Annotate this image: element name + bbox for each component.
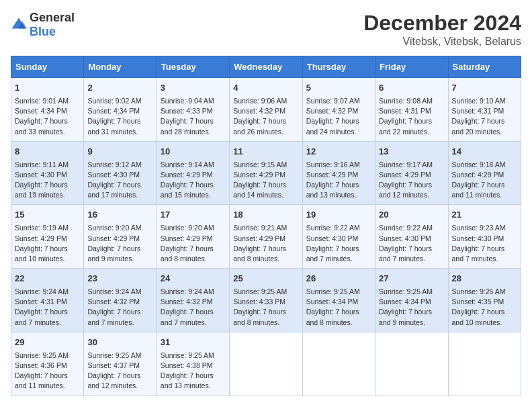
cell-line: and 13 minutes. xyxy=(161,381,226,391)
cell-line: Sunrise: 9:11 AM xyxy=(15,160,80,170)
cell-line: Sunrise: 9:01 AM xyxy=(15,96,80,106)
cell-line: and 28 minutes. xyxy=(161,127,226,137)
logo-general: General xyxy=(30,11,75,24)
cell-line: Sunset: 4:38 PM xyxy=(161,361,226,371)
cell-line: Sunrise: 9:08 AM xyxy=(379,96,444,106)
day-number: 5 xyxy=(306,82,371,95)
cell-line: Sunset: 4:29 PM xyxy=(87,234,152,244)
cell-line: Sunset: 4:30 PM xyxy=(379,234,444,244)
cell-line: Daylight: 7 hours xyxy=(306,244,371,254)
calendar-cell: 8Sunrise: 9:11 AMSunset: 4:30 PMDaylight… xyxy=(11,141,84,205)
calendar-cell: 13Sunrise: 9:17 AMSunset: 4:29 PMDayligh… xyxy=(375,141,448,205)
header-saturday: Saturday xyxy=(448,56,521,78)
cell-line: Sunrise: 9:25 AM xyxy=(379,287,444,297)
cell-line: and 7 minutes. xyxy=(161,318,226,328)
logo-icon xyxy=(11,17,27,33)
day-number: 31 xyxy=(161,336,226,349)
cell-line: and 12 minutes. xyxy=(87,381,152,391)
cell-line: Sunset: 4:33 PM xyxy=(161,106,226,116)
cell-line: and 10 minutes. xyxy=(15,254,80,264)
cell-line: Sunset: 4:31 PM xyxy=(379,106,444,116)
cell-line: Daylight: 7 hours xyxy=(87,116,152,126)
cell-line: Sunset: 4:34 PM xyxy=(306,297,371,307)
cell-line: Sunrise: 9:21 AM xyxy=(233,223,298,233)
calendar-table: SundayMondayTuesdayWednesdayThursdayFrid… xyxy=(11,56,521,396)
week-row: 15Sunrise: 9:19 AMSunset: 4:29 PMDayligh… xyxy=(11,205,521,269)
cell-line: Sunset: 4:34 PM xyxy=(15,106,80,116)
cell-line: Daylight: 7 hours xyxy=(452,180,517,190)
cell-line: Daylight: 7 hours xyxy=(161,371,226,381)
cell-line: and 26 minutes. xyxy=(233,127,298,137)
calendar-cell xyxy=(375,332,448,396)
cell-line: and 10 minutes. xyxy=(452,318,517,328)
day-number: 2 xyxy=(87,82,152,95)
cell-line: Daylight: 7 hours xyxy=(379,244,444,254)
cell-line: Sunset: 4:29 PM xyxy=(452,170,517,180)
cell-line: Daylight: 7 hours xyxy=(306,180,371,190)
calendar-cell: 29Sunrise: 9:25 AMSunset: 4:36 PMDayligh… xyxy=(11,332,84,396)
cell-line: Daylight: 7 hours xyxy=(161,180,226,190)
cell-line: Sunset: 4:29 PM xyxy=(379,170,444,180)
cell-line: Daylight: 7 hours xyxy=(15,371,80,381)
header-tuesday: Tuesday xyxy=(157,56,229,78)
cell-line: Sunset: 4:31 PM xyxy=(15,297,80,307)
calendar-cell: 25Sunrise: 9:25 AMSunset: 4:33 PMDayligh… xyxy=(230,269,302,332)
cell-line: and 24 minutes. xyxy=(306,127,371,137)
cell-line: Daylight: 7 hours xyxy=(233,244,298,254)
calendar-cell xyxy=(230,332,302,396)
week-row: 29Sunrise: 9:25 AMSunset: 4:36 PMDayligh… xyxy=(11,332,521,396)
page-header: General Blue December 2024 Vitebsk, Vite… xyxy=(11,11,521,48)
cell-line: Sunset: 4:31 PM xyxy=(452,106,517,116)
cell-line: Daylight: 7 hours xyxy=(15,116,80,126)
cell-line: and 8 minutes. xyxy=(233,254,298,264)
cell-line: Sunrise: 9:25 AM xyxy=(233,287,298,297)
cell-line: Sunrise: 9:22 AM xyxy=(379,223,444,233)
cell-line: and 7 minutes. xyxy=(306,254,371,264)
cell-line: Sunset: 4:29 PM xyxy=(233,234,298,244)
cell-line: Sunset: 4:30 PM xyxy=(87,170,152,180)
cell-line: Sunrise: 9:23 AM xyxy=(452,223,517,233)
cell-line: Sunrise: 9:25 AM xyxy=(161,351,226,361)
calendar-cell: 28Sunrise: 9:25 AMSunset: 4:35 PMDayligh… xyxy=(448,269,521,332)
cell-line: and 8 minutes. xyxy=(233,318,298,328)
cell-line: Daylight: 7 hours xyxy=(233,307,298,317)
calendar-cell: 30Sunrise: 9:25 AMSunset: 4:37 PMDayligh… xyxy=(84,332,157,396)
day-number: 20 xyxy=(379,209,444,222)
cell-line: Daylight: 7 hours xyxy=(161,307,226,317)
cell-line: Sunrise: 9:04 AM xyxy=(161,96,226,106)
calendar-cell: 17Sunrise: 9:20 AMSunset: 4:29 PMDayligh… xyxy=(157,205,229,269)
day-number: 27 xyxy=(379,273,444,285)
day-number: 11 xyxy=(233,146,298,158)
day-number: 28 xyxy=(452,273,517,285)
cell-line: Daylight: 7 hours xyxy=(452,244,517,254)
calendar-cell: 31Sunrise: 9:25 AMSunset: 4:38 PMDayligh… xyxy=(157,332,229,396)
calendar-cell: 23Sunrise: 9:24 AMSunset: 4:32 PMDayligh… xyxy=(84,269,157,332)
cell-line: and 20 minutes. xyxy=(452,127,517,137)
cell-line: Sunrise: 9:12 AM xyxy=(87,160,152,170)
cell-line: Sunset: 4:36 PM xyxy=(15,361,80,371)
day-number: 12 xyxy=(306,146,371,158)
cell-line: Sunrise: 9:14 AM xyxy=(161,160,226,170)
cell-line: and 11 minutes. xyxy=(452,190,517,200)
day-number: 1 xyxy=(15,82,80,95)
cell-line: and 22 minutes. xyxy=(379,127,444,137)
calendar-cell: 2Sunrise: 9:02 AMSunset: 4:34 PMDaylight… xyxy=(84,78,157,142)
cell-line: Sunrise: 9:25 AM xyxy=(15,351,80,361)
day-number: 7 xyxy=(452,82,517,95)
cell-line: and 9 minutes. xyxy=(379,318,444,328)
location-title: Vitebsk, Vitebsk, Belarus xyxy=(363,36,521,48)
cell-line: Sunrise: 9:18 AM xyxy=(452,160,517,170)
cell-line: Daylight: 7 hours xyxy=(452,116,517,126)
cell-line: and 12 minutes. xyxy=(379,190,444,200)
cell-line: Daylight: 7 hours xyxy=(233,180,298,190)
cell-line: Sunset: 4:34 PM xyxy=(379,297,444,307)
cell-line: Sunset: 4:32 PM xyxy=(161,297,226,307)
cell-line: Daylight: 7 hours xyxy=(15,180,80,190)
day-number: 26 xyxy=(306,273,371,285)
calendar-cell xyxy=(448,332,521,396)
calendar-cell: 15Sunrise: 9:19 AMSunset: 4:29 PMDayligh… xyxy=(11,205,84,269)
cell-line: Sunset: 4:29 PM xyxy=(161,234,226,244)
day-number: 18 xyxy=(233,209,298,222)
cell-line: Daylight: 7 hours xyxy=(87,244,152,254)
day-number: 25 xyxy=(233,273,298,285)
